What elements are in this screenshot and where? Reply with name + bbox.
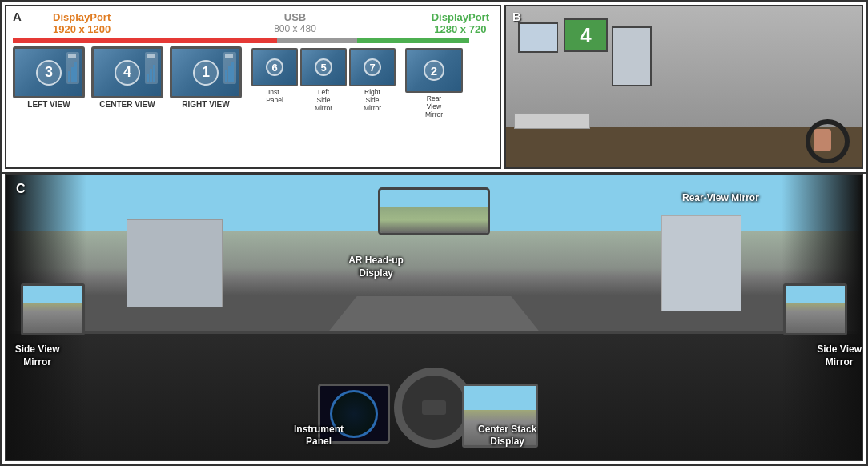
bar: [228, 66, 231, 82]
icon-dot: [147, 54, 155, 58]
monitor-4-block: 4 CENTER VIEW: [91, 46, 163, 109]
monitor-2-block: 2 RearViewMirror: [405, 48, 463, 119]
main-container: A DisplayPort 1920 x 1200 USB 800 x 480 …: [0, 0, 868, 466]
monitor-2-label: RearViewMirror: [425, 94, 443, 119]
monitor-7: 7: [349, 48, 396, 86]
dp-left-name: DisplayPort: [53, 11, 111, 23]
hand-photo: [814, 129, 831, 151]
rear-view-mirror: [378, 187, 490, 235]
bar: [225, 70, 227, 82]
panel-b-label: B: [512, 10, 521, 23]
label-ar-hud: AR Head-upDisplay: [348, 255, 404, 279]
monitor-3-block: 3 LEFT VIEW: [13, 46, 85, 109]
bar: [153, 65, 155, 82]
side-mirror-left-screen: [21, 283, 85, 335]
monitor-right-photo: 4: [564, 18, 608, 52]
label-center-stack: Center StackDisplay: [478, 424, 536, 448]
monitor-3: 3: [13, 46, 85, 98]
monitor-1-panel: [223, 52, 236, 84]
monitor-6-label: Inst.Panel: [266, 88, 283, 104]
panel-a-label: A: [13, 10, 22, 23]
monitor-1-block: 1 RIGHT VIEW: [170, 46, 242, 109]
monitor-4-number: 4: [115, 60, 140, 86]
monitor-1-label: RIGHT VIEW: [182, 100, 229, 109]
bar-green: [357, 38, 469, 43]
usb-info: USB 800 x 480: [274, 11, 316, 34]
bar: [150, 69, 152, 82]
monitor-tall-photo: [612, 26, 652, 86]
monitor-2: 2: [405, 48, 463, 93]
monitor-7-block: 7 RightSideMirror: [349, 48, 396, 113]
side-mirror-right-screen: [783, 283, 847, 335]
monitor-1: 1: [170, 46, 242, 98]
building-left: [127, 219, 223, 307]
keyboard-photo: [514, 113, 590, 129]
bar: [68, 71, 70, 82]
building-right: [661, 215, 741, 311]
monitor-6: 6: [251, 48, 298, 86]
label-rear-mirror: Rear-View Mirror: [682, 192, 759, 205]
displayport-right-info: DisplayPort 1280 x 720: [432, 11, 489, 35]
monitor-5-label: LeftSideMirror: [315, 88, 332, 113]
top-section: A DisplayPort 1920 x 1200 USB 800 x 480 …: [2, 2, 866, 174]
sim-interior: AR Head-upDisplay Rear-View Mirror Side …: [6, 175, 862, 460]
usb-name: USB: [284, 11, 306, 23]
monitor-4-label: CENTER VIEW: [99, 100, 155, 109]
displays-row: 3 LEFT VIEW: [13, 46, 493, 119]
monitor-6-number: 6: [266, 58, 283, 76]
monitor-3-panel: [66, 52, 79, 84]
usb-resolution: 800 x 480: [274, 23, 316, 34]
monitor-1-number: 1: [193, 60, 219, 86]
panel-c-label: C: [16, 182, 26, 196]
monitor-5-block: 5 LeftSideMirror: [300, 48, 347, 113]
bar: [74, 62, 77, 82]
label-instrument-panel: InstrumentPanel: [294, 424, 344, 448]
label-side-mirror-left: Side ViewMirror: [15, 343, 60, 368]
monitor-7-label: RightSideMirror: [364, 88, 381, 113]
monitor-5: 5: [300, 48, 347, 86]
dp-right-resolution: 1280 x 720: [434, 23, 486, 35]
label-side-mirror-right: Side ViewMirror: [817, 343, 862, 368]
monitor-3-number: 3: [36, 60, 62, 86]
dp-left-resolution: 1920 x 1200: [53, 23, 111, 35]
bars-group: [68, 60, 78, 82]
bars-group: [225, 60, 235, 82]
panel-c: C: [5, 174, 863, 461]
monitor-2-number: 2: [424, 60, 444, 81]
left-mirror-view: [23, 286, 82, 333]
dp-right-name: DisplayPort: [432, 11, 489, 23]
monitor-3-label: LEFT VIEW: [27, 100, 70, 109]
rear-mirror-view: [380, 190, 488, 233]
bar: [71, 67, 74, 82]
bars-group: [147, 60, 156, 82]
monitor-4: 4: [91, 46, 163, 98]
icon-dot: [68, 54, 76, 58]
panel-b: B 4: [504, 5, 863, 169]
icon-dot: [225, 54, 233, 58]
monitor-6-block: 6 Inst.Panel: [251, 48, 298, 104]
monitor-5-number: 5: [315, 58, 332, 76]
display-labels: DisplayPort 1920 x 1200 USB 800 x 480 Di…: [29, 11, 493, 37]
color-bars: [13, 38, 493, 45]
small-monitors-group: 6 Inst.Panel 5 LeftSideMirror: [251, 48, 396, 113]
displayport-left-info: DisplayPort 1920 x 1200: [53, 11, 111, 35]
panel-a: A DisplayPort 1920 x 1200 USB 800 x 480 …: [5, 5, 501, 169]
bar-red: [13, 38, 277, 43]
monitor-7-number: 7: [364, 58, 381, 76]
bar: [231, 62, 234, 82]
monitor-left-photo: [518, 22, 558, 53]
bar-gray: [277, 38, 357, 43]
bar: [147, 74, 149, 82]
monitor-4-panel: [145, 52, 158, 84]
right-mirror-view: [786, 286, 845, 333]
photo-sim-b: 4: [506, 6, 862, 167]
